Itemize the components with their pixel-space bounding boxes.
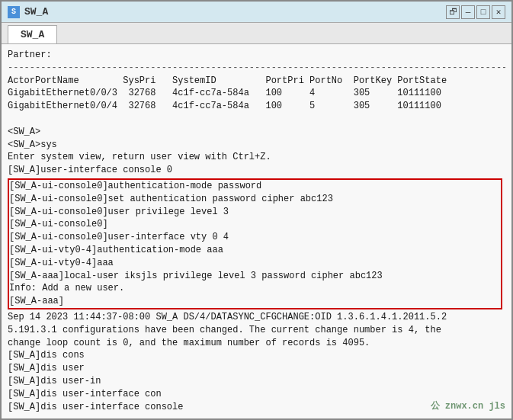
hl-line-4: [SW_A-ui-console0] [9,218,501,231]
line-header: ActorPortName SysPri SystemID PortPri Po… [8,75,505,88]
app-icon: S [8,6,20,18]
minimize-button[interactable]: — [461,5,475,19]
hl-line-9: Info: Add a new user. [9,282,501,295]
line-separator: ----------------------------------------… [8,62,505,75]
maximize-button[interactable]: □ [476,5,490,19]
window-title: SW_A [24,6,48,18]
title-bar-left: S SW_A [8,6,48,18]
hl-line-6: [SW_A-ui-vty0-4]authentication-mode aaa [9,244,501,257]
line-dis-user-in: [SW_A]dis user-in [8,375,505,388]
terminal-content[interactable]: Partner: -------------------------------… [8,49,505,414]
highlighted-commands-block: [SW_A-ui-console0]authentication-mode pa… [8,178,502,309]
hl-line-1: [SW_A-ui-console0]authentication-mode pa… [9,180,501,193]
line-dis-cons: [SW_A]dis cons [8,349,505,362]
hl-line-7: [SW_A-ui-vty0-4]aaa [9,257,501,270]
line-gig3: GigabitEthernet0/0/3 32768 4c1f-cc7a-584… [8,87,505,100]
hl-line-10: [SW_A-aaa] [9,295,501,308]
hl-line-2: [SW_A-ui-console0]set authentication pas… [9,193,501,206]
main-window: S SW_A 🗗 — □ ✕ SW_A Partner: -----------… [0,0,513,420]
title-bar: S SW_A 🗗 — □ ✕ [2,2,511,23]
line-dis-user-interface-con: [SW_A]dis user-interface con [8,388,505,401]
line-console0: [SW_A]user-interface console 0 [8,164,505,177]
hl-line-3: [SW_A-ui-console0]user privilege level 3 [9,206,501,219]
line-partner: Partner: [8,49,505,62]
close-button[interactable]: ✕ [492,5,505,19]
line-swa-sys: <SW_A>sys [8,139,505,152]
tab-bar: SW_A [2,23,511,44]
line-gig4: GigabitEthernet0/0/4 32768 4c1f-cc7a-584… [8,100,505,113]
window-controls: 🗗 — □ ✕ [446,5,505,19]
terminal-area: Partner: -------------------------------… [2,44,511,418]
line-syslog3: change loop count is 0, and the maximum … [8,337,505,350]
line-syslog2: 5.191.3.1 configurations have been chang… [8,324,505,337]
tab-sw-a[interactable]: SW_A [8,25,57,43]
line-enter-sys: Enter system view, return user view with… [8,151,505,164]
line-blank1 [8,113,505,126]
hl-line-5: [SW_A-ui-console0]user-interface vty 0 4 [9,231,501,244]
hl-line-8: [SW_A-aaa]local-user iksjls privilege le… [9,270,501,283]
watermark: 公 znwx.cn jls [431,399,505,412]
line-swa-prompt: <SW_A> [8,126,505,139]
line-dis-user: [SW_A]dis user [8,362,505,375]
line-syslog1: Sep 14 2023 11:44:37-08:00 SW_A DS/4/DAT… [8,311,505,324]
line-caret: ^ [8,413,505,414]
restore-button[interactable]: 🗗 [446,5,460,19]
